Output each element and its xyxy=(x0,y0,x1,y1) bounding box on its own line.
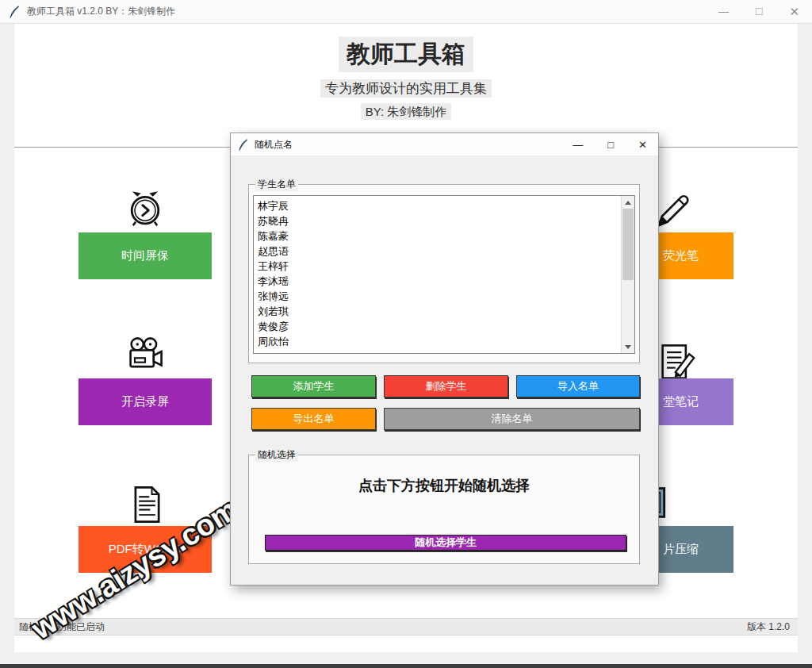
dialog-title: 随机点名 xyxy=(255,138,293,152)
random-select-groupbox: 随机选择 点击下方按钮开始随机选择 随机选择学生 xyxy=(248,455,640,564)
tile-button-pdf-to-word[interactable]: PDF转WORD xyxy=(79,526,212,573)
page-title: 教师工具箱 xyxy=(339,36,473,72)
app-header: 教师工具箱 专为教师设计的实用工具集 BY: 朱剑锋制作 xyxy=(14,24,798,120)
tile-button-time-screensaver[interactable]: 时间屏保 xyxy=(79,232,212,279)
student-list-item[interactable]: 赵思语 xyxy=(258,244,617,259)
status-bar: 随机点名功能已启动 版本 1.2.0 xyxy=(14,618,798,635)
status-message: 随机点名功能已启动 xyxy=(19,620,105,634)
feather-app-icon xyxy=(238,139,248,151)
random-hint-label: 点击下方按钮开始随机选择 xyxy=(249,476,639,495)
feather-app-icon xyxy=(9,6,20,18)
main-window: 教师工具箱 v1.2.0 BY：朱剑锋制作 — □ ✕ 教师工具箱 专为教师设计… xyxy=(0,0,812,668)
students-groupbox: 学生名单 林宇辰 苏晓冉 陈嘉豪 赵思语 王梓轩 李沐瑶 张博远 刘若琪 黄俊彦… xyxy=(248,184,640,363)
student-listbox[interactable]: 林宇辰 苏晓冉 陈嘉豪 赵思语 王梓轩 李沐瑶 张博远 刘若琪 黄俊彦 周欣怡 xyxy=(253,195,635,354)
student-list-item[interactable]: 苏晓冉 xyxy=(258,213,617,228)
page-subtitle: 专为教师设计的实用工具集 xyxy=(320,79,492,98)
list-scrollbar[interactable] xyxy=(621,196,634,353)
student-list-item[interactable]: 陈嘉豪 xyxy=(258,228,617,244)
document-icon xyxy=(126,484,167,525)
add-student-button[interactable]: 添加学生 xyxy=(251,375,376,397)
alarm-clock-icon xyxy=(124,188,166,229)
movie-camera-icon xyxy=(124,335,166,376)
maximize-button[interactable]: □ xyxy=(756,6,762,17)
delete-student-button[interactable]: 删除学生 xyxy=(384,375,508,397)
minimize-button[interactable]: — xyxy=(718,6,729,17)
window-title: 教师工具箱 v1.2.0 BY：朱剑锋制作 xyxy=(27,5,175,18)
clear-list-button[interactable]: 清除名单 xyxy=(384,408,640,430)
student-list-item[interactable]: 周欣怡 xyxy=(258,334,617,349)
random-call-dialog: 随机点名 — □ ✕ 学生名单 林宇辰 苏晓冉 陈嘉豪 赵思语 王梓轩 李沐瑶 … xyxy=(230,132,659,585)
dialog-close-button[interactable]: ✕ xyxy=(638,140,647,150)
random-select-button[interactable]: 随机选择学生 xyxy=(265,535,626,551)
byline: BY: 朱剑锋制作 xyxy=(361,103,452,120)
scroll-up-icon[interactable] xyxy=(622,196,634,209)
memo-icon xyxy=(657,341,698,382)
main-titlebar: 教师工具箱 v1.2.0 BY：朱剑锋制作 — □ ✕ xyxy=(0,0,812,24)
student-list-item[interactable]: 黄俊彦 xyxy=(258,319,617,334)
student-list-item[interactable]: 张博远 xyxy=(258,289,617,304)
version-label: 版本 1.2.0 xyxy=(747,620,790,634)
scroll-down-icon[interactable] xyxy=(622,340,634,353)
import-list-button[interactable]: 导入名单 xyxy=(516,375,640,397)
student-list-item[interactable]: 王梓轩 xyxy=(258,259,617,274)
tile-button-screen-record[interactable]: 开启录屏 xyxy=(79,378,212,425)
dialog-minimize-button[interactable]: — xyxy=(573,140,583,150)
random-group-label: 随机选择 xyxy=(255,448,298,462)
close-button[interactable]: ✕ xyxy=(789,6,799,17)
dialog-titlebar: 随机点名 — □ ✕ xyxy=(231,133,658,156)
student-list-item[interactable]: 林宇辰 xyxy=(258,198,617,213)
students-group-label: 学生名单 xyxy=(255,178,298,191)
export-list-button[interactable]: 导出名单 xyxy=(251,408,376,430)
student-list-item[interactable]: 刘若琪 xyxy=(258,304,617,319)
dialog-maximize-button[interactable]: □ xyxy=(607,140,614,150)
scrollbar-thumb[interactable] xyxy=(622,209,634,280)
bottom-edge-bar xyxy=(0,664,812,668)
student-list-item[interactable]: 李沐瑶 xyxy=(258,274,617,289)
